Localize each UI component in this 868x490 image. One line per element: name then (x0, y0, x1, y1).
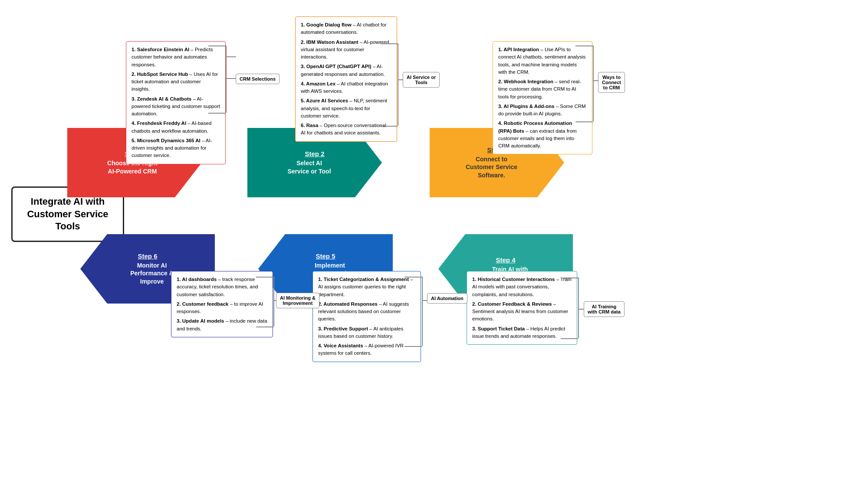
step3-text: Connect toCustomer ServiceSoftware. (461, 155, 533, 179)
step3-info-box: 1. API Integration – Use APIs to connect… (493, 41, 592, 154)
step5-to-label (422, 300, 427, 301)
step1-bracket-v (226, 46, 227, 113)
step4-label-box: AI Trainingwith CRM data (584, 301, 625, 317)
step2-text: Select AIService or Tool (283, 159, 346, 175)
step1-item-2: 2. HubSpot Service Hub – Uses AI for tic… (132, 71, 220, 93)
title-text: Integrate AI with Customer Service Tools (27, 196, 108, 232)
step5-bracket-bot (404, 346, 422, 347)
step4-to-label (578, 309, 584, 310)
step6-bracket-bot (256, 327, 273, 327)
step1-item-4: 4. Freshdesk Freddy AI – AI-based chatbo… (132, 120, 220, 135)
step5-bracket-top (404, 277, 422, 278)
step1-connector-h (226, 56, 236, 57)
step3-item-2: 2. Webhook Integration – send real-time … (498, 78, 587, 101)
step4-item-2: 2. Customer Feedback & Reviews – Sentime… (472, 301, 572, 323)
step4-bracket-bot (561, 338, 578, 339)
step5-item-1: 1. Ticket Categorization & Assignment – … (318, 276, 415, 298)
step1-bracket-top (208, 46, 226, 46)
step6-item-2: 2. Customer feedback – to improve AI res… (177, 301, 267, 316)
step6-text: Monitor AIPerformance &Improve (117, 261, 178, 285)
step5-info-box: 1. Ticket Categorization & Assignment – … (312, 271, 421, 362)
step3-item-3: 3. AI Plugins & Add-ons – Some CRM do pr… (498, 103, 587, 118)
step6-bracket-v (273, 277, 274, 327)
step5-label: Step 5 (316, 252, 335, 260)
step5-item-2: 2. Automated Responses – AI suggests rel… (318, 301, 415, 323)
step3-to-label (593, 80, 598, 81)
step2-item-5: 5. Azure AI Services – NLP, sentiment an… (301, 97, 391, 120)
step2-label: Step 2 (305, 150, 324, 157)
step2-item-4: 4. Amazon Lex – AI chatbot integration w… (301, 80, 391, 95)
step2-item-3: 3. OpenAI GPT (ChatGPT API) – AI-generat… (301, 63, 391, 78)
step1-to-label (226, 78, 236, 79)
step3-bracket-v (593, 46, 594, 121)
step4-item-1: 1. Historical Customer Interactions – Tr… (472, 276, 572, 298)
step1-label-box: CRM Selections (236, 74, 279, 84)
step1-item-3: 3. Zendesk AI & Chatbots – AI-powered ti… (132, 95, 220, 118)
step6-label-box: AI Monitoring &Improvement (276, 293, 319, 308)
step3-item-4: 4. Robotic Process Automation (RPA) Bots… (498, 120, 587, 150)
step1-item-1: 1. Salesforce Einstein AI – Predicts cus… (132, 46, 220, 69)
step2-item-1: 1. Google Dialog flow – AI chatbot for a… (301, 21, 391, 36)
step6-item-3: 3. Update AI models – include new data a… (177, 317, 267, 333)
step5-bracket-v (422, 277, 423, 346)
step1-info-box: 1. Salesforce Einstein AI – Predicts cus… (126, 41, 226, 164)
step4-label: Step 4 (496, 256, 515, 264)
step2-item-2: 2. IBM Watson Assistant – AI-powered vir… (301, 39, 391, 61)
step5-item-4: 4. Voice Assistants – AI-powered IVR sys… (318, 342, 415, 357)
step2-bracket-top (381, 43, 398, 44)
step4-info-box: 1. Historical Customer Interactions – Tr… (467, 271, 577, 345)
step2-to-label (398, 79, 403, 80)
step3-bracket-top (575, 46, 593, 46)
step5-item-3: 3. Predictive Support – AI anticipates i… (318, 325, 415, 340)
step3-label-box: Ways toConnectto CRM (598, 72, 625, 93)
step6-item-1: 1. AI dashboards – track response accura… (177, 276, 267, 298)
step6-to-label (273, 300, 276, 301)
step2-item-6: 6. Rasa – Open-source conversational AI … (301, 122, 391, 137)
step2-bracket-bot (381, 126, 398, 127)
step4-bracket-v (578, 278, 579, 338)
step6-label: Step 6 (138, 252, 157, 260)
step6-bracket-top (256, 277, 273, 278)
step3-item-1: 1. API Integration – Use APIs to connect… (498, 46, 587, 76)
step1-item-5: 5. Microsoft Dynamics 365 AI – AI-driven… (132, 137, 220, 160)
step2-bracket-v (398, 43, 398, 126)
step4-bracket-top (561, 278, 578, 278)
step4-item-3: 3. Support Ticket Data – Helps AI predic… (472, 325, 572, 340)
step1-bracket-bot (208, 113, 226, 114)
step2-info-box: 1. Google Dialog flow – AI chatbot for a… (295, 16, 397, 142)
step2-label-box: AI Service orTools (403, 72, 440, 88)
step5-label-box: AI Automation (427, 293, 467, 304)
step3-bracket-bot (575, 121, 593, 122)
